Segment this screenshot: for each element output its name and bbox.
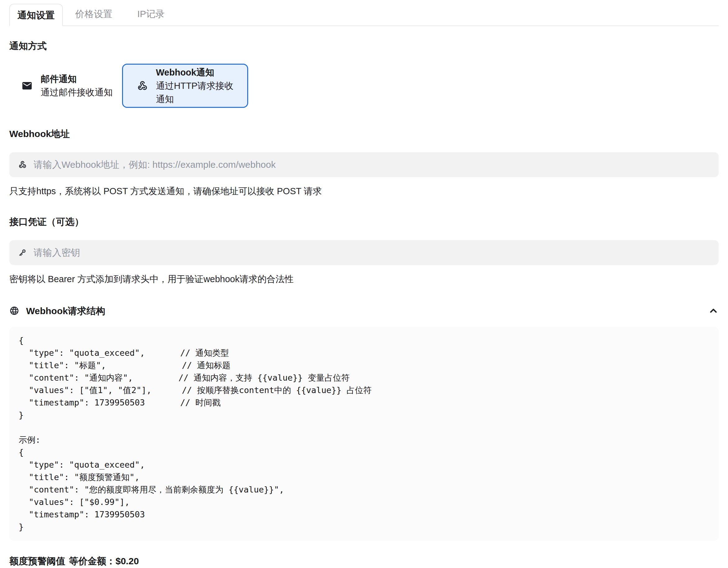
request-structure-code-block: { "type": "quota_exceed", // 通知类型 "title… xyxy=(9,327,719,541)
key-icon xyxy=(18,248,27,257)
webhook-url-field xyxy=(9,152,719,177)
webhook-option-title: Webhook通知 xyxy=(156,66,237,79)
request-structure-code: { "type": "quota_exceed", // 通知类型 "title… xyxy=(19,334,709,533)
tab-notification-settings[interactable]: 通知设置 xyxy=(9,4,63,26)
email-notify-option[interactable]: 邮件通知 通过邮件接收通知 xyxy=(9,64,122,108)
notify-method-options: 邮件通知 通过邮件接收通知 Webhook通知 通过HTTP请求接收通知 xyxy=(9,64,719,108)
threshold-heading: 额度预警阈值 等价金额： $0.20 xyxy=(9,555,719,568)
email-option-title: 邮件通知 xyxy=(41,72,113,86)
webhook-url-input[interactable] xyxy=(33,159,710,170)
webhook-option-subtitle: 通过HTTP请求接收通知 xyxy=(156,79,237,106)
threshold-equivalent-value: $0.20 xyxy=(116,556,139,566)
notification-settings-page: 通知设置 价格设置 IP记录 通知方式 邮件通知 通过邮件接收通知 Webhoo… xyxy=(0,0,728,568)
threshold-label: 额度预警阈值 xyxy=(9,555,65,568)
globe-icon xyxy=(9,306,19,317)
webhook-notify-option[interactable]: Webhook通知 通过HTTP请求接收通知 xyxy=(122,64,248,108)
request-structure-header[interactable]: Webhook请求结构 xyxy=(9,305,719,318)
threshold-equivalent-label: 等价金额： xyxy=(69,555,116,568)
request-structure-heading: Webhook请求结构 xyxy=(26,305,105,318)
secret-helper: 密钥将以 Bearer 方式添加到请求头中，用于验证webhook请求的合法性 xyxy=(9,273,719,286)
webhook-icon xyxy=(18,160,27,169)
secret-heading: 接口凭证（可选） xyxy=(9,216,719,228)
tab-bar: 通知设置 价格设置 IP记录 xyxy=(9,3,719,26)
tab-ip-records[interactable]: IP记录 xyxy=(125,3,177,25)
email-icon xyxy=(21,80,33,91)
notify-method-heading: 通知方式 xyxy=(9,40,719,52)
tab-price-settings[interactable]: 价格设置 xyxy=(63,3,125,25)
chevron-up-icon[interactable] xyxy=(708,306,719,317)
secret-field xyxy=(9,240,719,265)
webhook-icon xyxy=(137,80,148,91)
email-option-subtitle: 通过邮件接收通知 xyxy=(41,86,113,99)
webhook-url-heading: Webhook地址 xyxy=(9,128,719,140)
secret-input[interactable] xyxy=(33,247,710,258)
webhook-url-helper: 只支持https，系统将以 POST 方式发送通知，请确保地址可以接收 POST… xyxy=(9,185,719,198)
